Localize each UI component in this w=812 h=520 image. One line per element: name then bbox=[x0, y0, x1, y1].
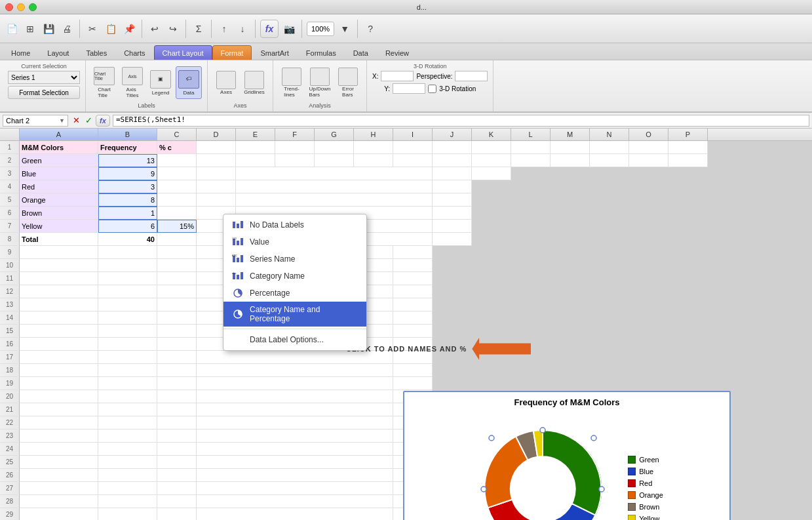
tab-data[interactable]: Data bbox=[345, 45, 377, 60]
cell-a4[interactable]: Red bbox=[20, 180, 98, 193]
cell-c6[interactable] bbox=[157, 207, 197, 220]
cell-b12[interactable] bbox=[98, 285, 157, 298]
cell-a14[interactable] bbox=[20, 311, 98, 325]
cell-c2[interactable] bbox=[157, 154, 197, 167]
undo-icon[interactable]: ↩ bbox=[147, 21, 163, 37]
cell-b9[interactable] bbox=[98, 246, 157, 259]
cell-a3[interactable]: Blue bbox=[20, 167, 98, 180]
cell-b4[interactable]: 3 bbox=[98, 180, 157, 193]
formula-input[interactable]: =SERIES(,Sheet1! bbox=[113, 115, 809, 127]
cell-b17[interactable] bbox=[98, 351, 157, 364]
3d-rotation-checkbox[interactable] bbox=[428, 85, 436, 93]
cell-g2[interactable] bbox=[315, 154, 354, 167]
cell-d18[interactable] bbox=[197, 364, 393, 377]
cell-m2[interactable] bbox=[551, 154, 590, 167]
cell-e4[interactable] bbox=[236, 180, 433, 193]
cell-a5[interactable]: Orange bbox=[20, 193, 98, 207]
col-header-p[interactable]: P bbox=[668, 129, 708, 140]
cell-a17[interactable] bbox=[20, 351, 98, 364]
cell-c15[interactable] bbox=[157, 325, 197, 338]
cell-a21[interactable] bbox=[20, 403, 98, 416]
col-header-d[interactable]: D bbox=[197, 129, 236, 140]
tab-charts[interactable]: Charts bbox=[115, 45, 153, 60]
cell-b5[interactable]: 8 bbox=[98, 193, 157, 207]
cell-a2[interactable]: Green bbox=[20, 154, 98, 167]
cell-d24[interactable] bbox=[197, 443, 393, 456]
formula-fx-button[interactable]: fx bbox=[96, 115, 110, 127]
cell-c25[interactable] bbox=[157, 456, 197, 469]
cell-c4[interactable] bbox=[157, 180, 197, 193]
cell-d4[interactable] bbox=[197, 180, 236, 193]
cell-h3[interactable] bbox=[472, 167, 511, 180]
cell-c11[interactable] bbox=[157, 272, 197, 285]
col-header-e[interactable]: E bbox=[236, 129, 275, 140]
camera-icon[interactable]: 📷 bbox=[281, 21, 297, 37]
cell-a13[interactable] bbox=[20, 298, 98, 311]
cell-n2[interactable] bbox=[590, 154, 629, 167]
cell-b10[interactable] bbox=[98, 259, 157, 272]
cell-p1[interactable] bbox=[668, 141, 708, 154]
cell-b8[interactable]: 40 bbox=[98, 233, 157, 246]
cell-e3[interactable] bbox=[236, 167, 433, 180]
cell-a7[interactable]: Yellow bbox=[20, 220, 98, 233]
cell-c22[interactable] bbox=[157, 416, 197, 430]
cell-c21[interactable] bbox=[157, 403, 197, 416]
data-labels-button[interactable]: 🏷 Data bbox=[176, 66, 202, 99]
new-icon[interactable]: 📄 bbox=[4, 21, 20, 37]
cell-g18[interactable] bbox=[393, 364, 433, 377]
cell-o1[interactable] bbox=[629, 141, 668, 154]
cell-d28[interactable] bbox=[197, 495, 393, 508]
cell-d19[interactable] bbox=[197, 377, 393, 390]
cell-a19[interactable] bbox=[20, 377, 98, 390]
tab-review[interactable]: Review bbox=[377, 45, 417, 60]
save-icon[interactable]: 💾 bbox=[41, 21, 56, 37]
cell-b3[interactable]: 9 bbox=[98, 167, 157, 180]
cell-l2[interactable] bbox=[511, 154, 551, 167]
cell-b25[interactable] bbox=[98, 456, 157, 469]
grid-icon[interactable]: ⊞ bbox=[22, 21, 38, 37]
cell-p2[interactable] bbox=[668, 154, 708, 167]
sum-icon[interactable]: Σ bbox=[191, 21, 206, 37]
close-button[interactable] bbox=[5, 3, 13, 11]
zoom-dropdown-icon[interactable]: ▼ bbox=[337, 21, 353, 37]
cell-b20[interactable] bbox=[98, 390, 157, 403]
cell-g9[interactable] bbox=[393, 246, 433, 259]
cell-n1[interactable] bbox=[590, 141, 629, 154]
tab-format[interactable]: Format bbox=[212, 45, 252, 60]
cell-b22[interactable] bbox=[98, 416, 157, 430]
cell-c17[interactable] bbox=[157, 351, 197, 364]
cell-c8[interactable] bbox=[157, 233, 197, 246]
cell-d21[interactable] bbox=[197, 403, 393, 416]
menu-item-category-name-percentage[interactable]: % Category Name and Percentage bbox=[223, 302, 366, 327]
copy-icon[interactable]: 📋 bbox=[103, 21, 119, 37]
cell-c14[interactable] bbox=[157, 311, 197, 325]
cell-a6[interactable]: Brown bbox=[20, 207, 98, 220]
col-header-h[interactable]: H bbox=[354, 129, 393, 140]
cell-a9[interactable] bbox=[20, 246, 98, 259]
cell-e1[interactable] bbox=[236, 141, 275, 154]
cell-a24[interactable] bbox=[20, 443, 98, 456]
cell-g15[interactable] bbox=[393, 325, 433, 338]
cell-b14[interactable] bbox=[98, 311, 157, 325]
cell-c1[interactable]: % c bbox=[157, 141, 197, 154]
cell-b19[interactable] bbox=[98, 377, 157, 390]
redo-icon[interactable]: ↪ bbox=[165, 21, 181, 37]
cell-d3[interactable] bbox=[197, 167, 236, 180]
col-header-c[interactable]: C bbox=[157, 129, 197, 140]
cell-c23[interactable] bbox=[157, 430, 197, 443]
cell-c28[interactable] bbox=[157, 495, 197, 508]
cell-i2[interactable] bbox=[393, 154, 433, 167]
cell-d22[interactable] bbox=[197, 416, 393, 430]
cell-b11[interactable] bbox=[98, 272, 157, 285]
cell-g3[interactable] bbox=[433, 167, 472, 180]
3d-x-input[interactable] bbox=[381, 71, 414, 81]
cell-o2[interactable] bbox=[629, 154, 668, 167]
cell-g5[interactable] bbox=[433, 193, 472, 207]
cell-c7[interactable]: 15% bbox=[157, 220, 197, 233]
formula-confirm-button[interactable]: ✓ bbox=[83, 115, 94, 125]
cell-a25[interactable] bbox=[20, 456, 98, 469]
cell-c19[interactable] bbox=[157, 377, 197, 390]
cell-d5[interactable] bbox=[197, 193, 236, 207]
menu-item-series-name[interactable]: ABC Series Name bbox=[223, 250, 366, 268]
maximize-button[interactable] bbox=[29, 3, 37, 11]
